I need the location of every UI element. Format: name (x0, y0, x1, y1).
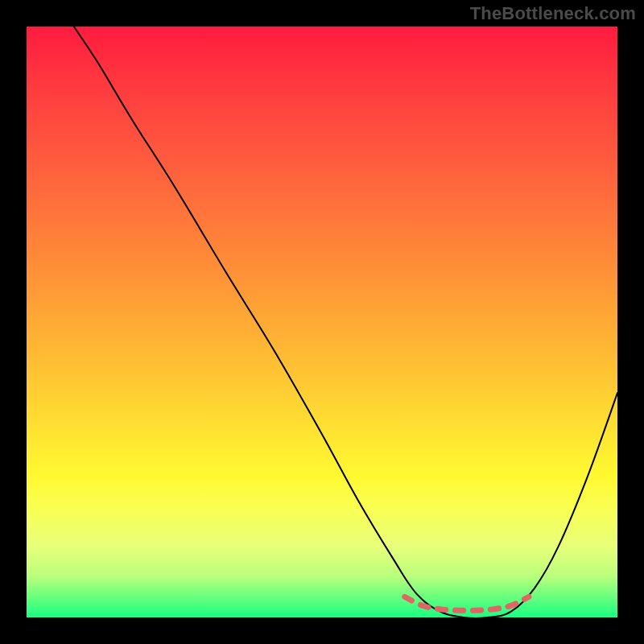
series-bottleneck-curve (74, 27, 617, 618)
plot-area (27, 27, 617, 617)
chart-frame: TheBottleneck.com (0, 0, 644, 644)
series-optimal-range-marker (405, 597, 529, 610)
plot-svg (27, 27, 617, 617)
watermark-text: TheBottleneck.com (470, 3, 636, 24)
